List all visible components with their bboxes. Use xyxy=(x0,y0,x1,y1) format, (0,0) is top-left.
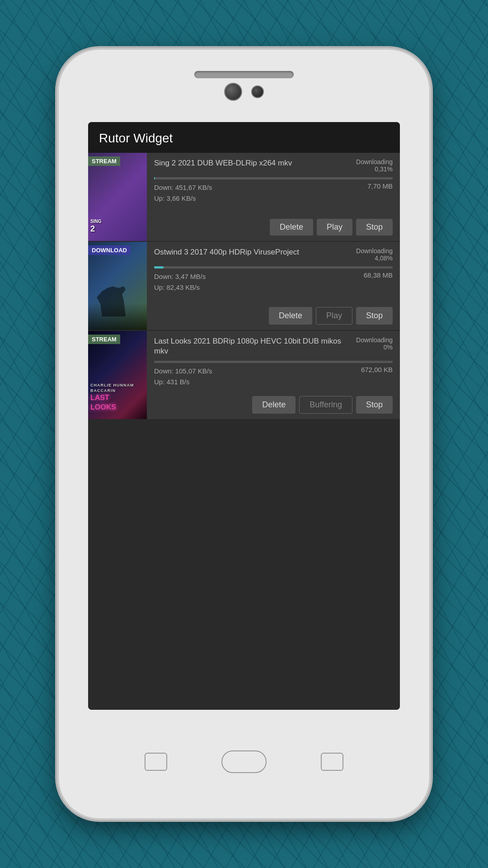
stop-button-3[interactable]: Stop xyxy=(356,396,393,414)
speaker-grille xyxy=(194,71,294,78)
phone-shell: Rutor Widget STREAM SING2 Sing 2 2021 DU… xyxy=(59,50,429,818)
app-header: Rutor Widget xyxy=(88,122,400,153)
sensor xyxy=(251,85,264,98)
status-label-3: Downloading xyxy=(356,336,393,344)
download-item-3: STREAM CHARLIE HUNNAM BACCARIN LAST LOOK… xyxy=(88,331,400,419)
nav-buttons xyxy=(145,750,343,773)
buffering-button-3: Buffering xyxy=(299,396,352,414)
download-item-1: STREAM SING2 Sing 2 2021 DUB WEB-DLRip x… xyxy=(88,153,400,241)
screen: Rutor Widget STREAM SING2 Sing 2 2021 DU… xyxy=(88,122,400,710)
download-list: STREAM SING2 Sing 2 2021 DUB WEB-DLRip x… xyxy=(88,153,400,710)
item-buttons-3: Delete Buffering Stop xyxy=(154,392,393,415)
recents-button[interactable] xyxy=(321,753,343,771)
item-speeds-2: Down: 3,47 MB/s Up: 82,43 KB/s xyxy=(154,271,206,293)
item-buttons-2: Delete Play Stop xyxy=(154,303,393,326)
badge-2: DOWNLOAD xyxy=(88,245,131,255)
item-size-2: 68,38 MB xyxy=(364,271,393,279)
speeds-size-row-2: Down: 3,47 MB/s Up: 82,43 KB/s 68,38 MB xyxy=(154,271,393,293)
progress-bar-container-1 xyxy=(154,177,393,179)
item-content-2: Ostwind 3 2017 400p HDRip ViruseProject … xyxy=(147,242,400,330)
stop-button-2[interactable]: Stop xyxy=(356,307,393,325)
delete-button-2[interactable]: Delete xyxy=(269,307,312,325)
progress-bar-fill-1 xyxy=(154,177,155,179)
item-top-row-2: Ostwind 3 2017 400p HDRip ViruseProject … xyxy=(154,247,393,262)
progress-bar-container-3 xyxy=(154,361,393,363)
item-top-row-1: Sing 2 2021 DUB WEB-DLRip x264 mkv Downl… xyxy=(154,158,393,173)
item-title-2: Ostwind 3 2017 400p HDRip ViruseProject xyxy=(154,247,352,257)
item-size-1: 7,70 MB xyxy=(367,182,393,190)
status-percent-3: 0% xyxy=(356,344,393,351)
phone-bottom xyxy=(59,710,429,814)
badge-3: STREAM xyxy=(88,335,120,344)
item-title-3: Last Looks 2021 BDRip 1080p HEVC 10bit D… xyxy=(154,336,352,356)
up-speed-1: Up: 3,66 KB/s xyxy=(154,194,196,202)
progress-bar-fill-2 xyxy=(154,266,164,269)
item-speeds-1: Down: 451,67 KB/s Up: 3,66 KB/s xyxy=(154,182,212,204)
poster-text-1: SING2 xyxy=(90,219,101,234)
phone-top xyxy=(59,50,429,122)
item-content-1: Sing 2 2021 DUB WEB-DLRip x264 mkv Downl… xyxy=(147,153,400,241)
item-status-3: Downloading 0% xyxy=(356,336,393,351)
down-speed-3: Down: 105,07 KB/s xyxy=(154,367,212,375)
back-button[interactable] xyxy=(145,753,167,771)
item-speeds-3: Down: 105,07 KB/s Up: 431 B/s xyxy=(154,366,212,387)
front-camera xyxy=(224,83,242,101)
item-buttons-1: Delete Play Stop xyxy=(154,215,393,237)
progress-bar-container-2 xyxy=(154,266,393,269)
app-title: Rutor Widget xyxy=(99,131,173,145)
badge-1: STREAM xyxy=(88,156,120,166)
play-button-2: Play xyxy=(316,307,352,325)
poster-text-3: CHARLIE HUNNAM BACCARIN LAST LOOKS xyxy=(90,383,134,412)
home-button[interactable] xyxy=(221,750,267,773)
delete-button-1[interactable]: Delete xyxy=(270,219,313,236)
download-item-2: DOWNLOAD Ostwind 3 2017 400p HDRip Virus… xyxy=(88,242,400,330)
item-status-1: Downloading 0,31% xyxy=(356,158,393,173)
down-speed-1: Down: 451,67 KB/s xyxy=(154,184,212,191)
item-size-3: 672,00 KB xyxy=(361,366,393,373)
status-percent-2: 4,08% xyxy=(356,255,393,262)
speeds-size-row-3: Down: 105,07 KB/s Up: 431 B/s 672,00 KB xyxy=(154,366,393,387)
stop-button-1[interactable]: Stop xyxy=(356,219,393,236)
delete-button-3[interactable]: Delete xyxy=(252,396,296,414)
speeds-size-row-1: Down: 451,67 KB/s Up: 3,66 KB/s 7,70 MB xyxy=(154,182,393,204)
thumbnail-3: STREAM CHARLIE HUNNAM BACCARIN LAST LOOK… xyxy=(88,331,147,419)
item-top-row-3: Last Looks 2021 BDRip 1080p HEVC 10bit D… xyxy=(154,336,393,356)
thumbnail-2: DOWNLOAD xyxy=(88,242,147,330)
item-title-1: Sing 2 2021 DUB WEB-DLRip x264 mkv xyxy=(154,158,352,168)
play-button-1[interactable]: Play xyxy=(317,219,352,236)
thumbnail-1: STREAM SING2 xyxy=(88,153,147,241)
down-speed-2: Down: 3,47 MB/s xyxy=(154,273,206,280)
status-percent-1: 0,31% xyxy=(356,165,393,173)
up-speed-2: Up: 82,43 KB/s xyxy=(154,283,200,291)
status-label-2: Downloading xyxy=(356,247,393,255)
cameras xyxy=(224,83,264,101)
up-speed-3: Up: 431 B/s xyxy=(154,378,189,386)
item-content-3: Last Looks 2021 BDRip 1080p HEVC 10bit D… xyxy=(147,331,400,419)
status-label-1: Downloading xyxy=(356,158,393,165)
item-status-2: Downloading 4,08% xyxy=(356,247,393,262)
